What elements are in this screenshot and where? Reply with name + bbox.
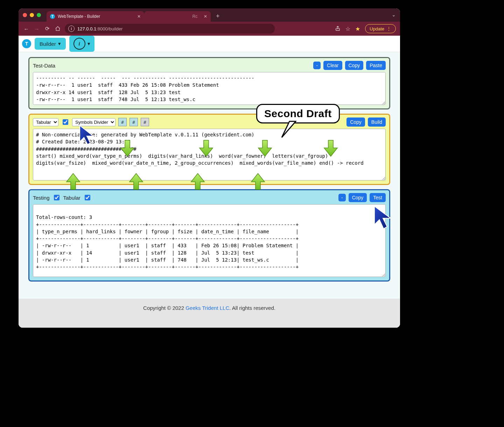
page-body: T Builder ▾ i ▾ Test-Data - Clear Copy P…: [19, 36, 400, 328]
builder-dropdown[interactable]: Builder ▾: [35, 38, 66, 50]
hash-button-1[interactable]: #: [118, 118, 127, 126]
forward-icon[interactable]: →: [33, 25, 40, 32]
tabular-label: Tabular: [63, 195, 80, 201]
bookmark-filled-icon[interactable]: ★: [355, 26, 360, 32]
caret-down-icon: ▾: [58, 41, 61, 47]
testing-checkbox[interactable]: [54, 195, 59, 200]
reload-icon[interactable]: ⟳: [44, 25, 51, 32]
share-icon[interactable]: [335, 26, 341, 32]
update-button[interactable]: Update ⋮: [365, 24, 396, 33]
tabs-overflow-icon[interactable]: ⌄: [392, 12, 396, 17]
testdata-editor[interactable]: [33, 72, 386, 105]
url-path: :8000/builder: [96, 26, 122, 31]
panel-builder: Tabular Symbols Divider # # # Copy Build: [28, 114, 390, 185]
footer-link[interactable]: Geeks Trident LLC: [186, 305, 229, 311]
panel-builder-header: Tabular Symbols Divider # # # Copy Build: [33, 118, 386, 127]
copy-button[interactable]: Copy: [346, 118, 365, 127]
copy-button[interactable]: Copy: [345, 61, 364, 70]
tabular-checkbox[interactable]: [85, 195, 90, 200]
browser-tabbar: T WebTemplate - Builder ✕ Rc ✕ + ⌄: [19, 8, 400, 22]
url-box[interactable]: i 127.0.0.1:8000/builder: [65, 24, 275, 34]
info-dropdown[interactable]: i ▾: [69, 36, 94, 52]
window-minimize-dot[interactable]: [30, 13, 34, 17]
app-logo-icon: T: [22, 39, 31, 48]
panel-testdata-header: Test-Data - Clear Copy Paste: [33, 61, 386, 70]
testing-output[interactable]: [33, 204, 386, 277]
clear-button[interactable]: Clear: [323, 61, 342, 70]
bookmark-outline-icon[interactable]: ☆: [345, 26, 350, 32]
info-icon: i: [74, 38, 85, 50]
testing-label: Testing: [33, 195, 50, 201]
build-button[interactable]: Build: [368, 118, 386, 127]
browser-tab-active[interactable]: T WebTemplate - Builder ✕: [47, 11, 144, 22]
browser-window: T WebTemplate - Builder ✕ Rc ✕ + ⌄ ← → ⟳…: [19, 8, 400, 328]
caret-down-icon: ▾: [88, 41, 90, 47]
url-host: 127.0.0.1: [77, 26, 96, 31]
window-traffic-lights: [23, 13, 41, 17]
browser-tab-inactive[interactable]: Rc ✕: [144, 11, 211, 22]
favicon-icon: T: [50, 14, 55, 19]
tab-title-fragment: Rc: [192, 14, 198, 19]
back-icon[interactable]: ←: [23, 25, 30, 32]
page-footer: Copyright © 2022 Geeks Trident LLC. All …: [19, 299, 400, 328]
tab-close-icon[interactable]: ✕: [204, 14, 207, 19]
kebab-icon: ⋮: [386, 26, 391, 31]
new-tab-button[interactable]: +: [214, 12, 222, 20]
mode-checkbox[interactable]: [63, 119, 68, 125]
mode-select[interactable]: Tabular: [33, 118, 58, 126]
builder-label: Builder: [40, 41, 56, 47]
site-info-icon[interactable]: i: [68, 26, 75, 32]
tab-close-icon[interactable]: ✕: [137, 14, 141, 19]
footer-pre: Copyright © 2022: [143, 305, 186, 311]
home-icon[interactable]: [54, 25, 61, 32]
hash-button-2[interactable]: #: [130, 118, 138, 126]
panel-testing: Testing Tabular - Copy Test: [28, 189, 390, 282]
update-label: Update: [370, 26, 384, 31]
copy-button[interactable]: Copy: [349, 193, 367, 202]
hash-button-3[interactable]: #: [141, 118, 149, 126]
minus-button[interactable]: -: [338, 194, 346, 201]
paste-button[interactable]: Paste: [366, 61, 386, 70]
window-zoom-dot[interactable]: [37, 13, 41, 17]
panel-testing-header: Testing Tabular - Copy Test: [33, 193, 386, 202]
window-close-dot[interactable]: [23, 13, 27, 17]
main-content: Test-Data - Clear Copy Paste Tabular: [19, 52, 400, 299]
app-toolbar: T Builder ▾ i ▾: [19, 36, 400, 52]
browser-addressbar: ← → ⟳ i 127.0.0.1:8000/builder ☆ ★ Updat…: [19, 22, 400, 36]
tab-title: WebTemplate - Builder: [58, 14, 100, 19]
divider-select[interactable]: Symbols Divider: [72, 118, 115, 126]
panel-testdata: Test-Data - Clear Copy Paste: [28, 57, 390, 109]
builder-editor[interactable]: [33, 129, 386, 180]
panel-title: Test-Data: [33, 63, 55, 69]
footer-post: . All rights reserved.: [229, 305, 275, 311]
minus-button[interactable]: -: [313, 62, 321, 69]
test-button[interactable]: Test: [370, 193, 386, 202]
